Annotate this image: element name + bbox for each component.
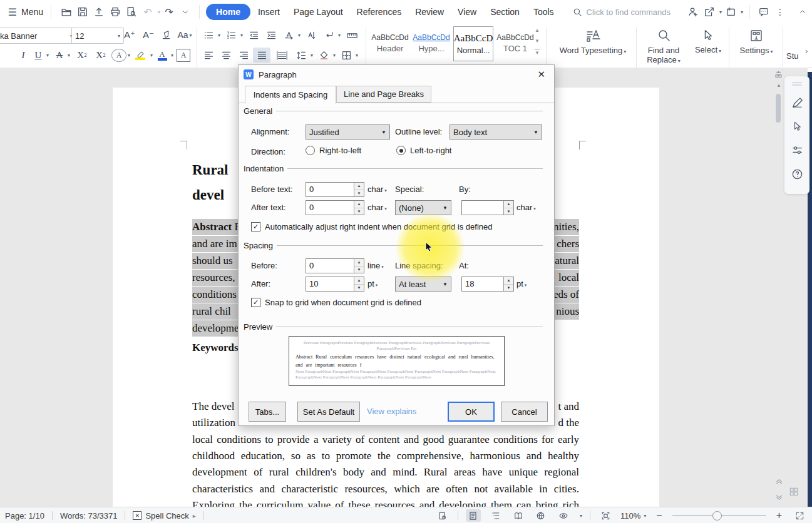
decrease-indent-icon[interactable]: [245, 28, 262, 43]
style-header[interactable]: AaBbCcDd Header: [371, 26, 409, 60]
font-color-caret-icon[interactable]: ▾: [171, 53, 173, 58]
italic-icon[interactable]: I: [16, 48, 30, 63]
view-explains-link[interactable]: View explains: [367, 407, 416, 416]
kebab-menu-icon[interactable]: ⋮: [773, 4, 788, 19]
after-text-input[interactable]: 0▲▼: [306, 200, 364, 215]
style-normal[interactable]: AaBbCcD Normal...: [453, 26, 493, 61]
redo-icon[interactable]: ↷: [162, 4, 177, 19]
more-commands-icon[interactable]: [178, 4, 193, 19]
char-scale-icon[interactable]: [280, 28, 297, 43]
ruler-toggle-icon[interactable]: [774, 70, 783, 79]
strikethrough-icon[interactable]: A: [53, 48, 66, 63]
text-effects-icon[interactable]: A: [111, 49, 126, 62]
book-view-icon[interactable]: [511, 509, 526, 522]
shading-icon[interactable]: [316, 48, 332, 63]
line-spacing-caret-icon[interactable]: ▾: [311, 53, 313, 58]
print-icon[interactable]: [108, 4, 123, 19]
tab-references[interactable]: References: [351, 4, 408, 19]
dialog-tab-breaks[interactable]: Line and Page Breaks: [336, 86, 431, 103]
word-typesetting-button[interactable]: Word Typesetting▾: [552, 26, 634, 55]
undo-caret-icon[interactable]: ▾: [158, 9, 160, 15]
decrease-font-icon[interactable]: A⁻: [140, 28, 157, 43]
ink-annotate-icon[interactable]: [789, 95, 804, 110]
word-count[interactable]: Words: 73/3371: [60, 511, 118, 520]
scroll-up-icon[interactable]: ▲: [776, 83, 781, 88]
style-hyperlink[interactable]: AaBbCcDd Hype...: [412, 26, 451, 60]
auto-adjust-checkbox[interactable]: ✓Automatically adjust right indent when …: [251, 222, 493, 231]
help-icon[interactable]: [789, 166, 804, 181]
save-icon[interactable]: [75, 4, 90, 19]
at-unit[interactable]: pt▾: [516, 279, 527, 288]
increase-font-icon[interactable]: A⁺: [121, 28, 138, 43]
strikethrough-caret-icon[interactable]: ▾: [68, 53, 70, 58]
styles-more-icon[interactable]: ▼: [535, 49, 540, 56]
page-indicator[interactable]: Page: 1/10: [5, 511, 44, 520]
borders-icon[interactable]: [338, 48, 354, 63]
tab-insert[interactable]: Insert: [252, 4, 286, 19]
align-left-icon[interactable]: [200, 48, 217, 63]
zoom-level-button[interactable]: 110%▾: [620, 511, 646, 520]
zoom-out-button[interactable]: −: [654, 510, 664, 521]
adjust-sliders-icon[interactable]: [789, 143, 804, 158]
text-effects-caret-icon[interactable]: ▾: [128, 53, 130, 58]
at-input[interactable]: 18▲▼: [461, 277, 514, 292]
template-caret-icon[interactable]: ▾: [741, 9, 743, 15]
spacing-before-input[interactable]: 0▲▼: [306, 258, 364, 273]
settings-button[interactable]: Settings▾: [732, 26, 780, 55]
eye-view-caret-icon[interactable]: ▾: [580, 513, 582, 519]
fit-page-icon[interactable]: [598, 509, 613, 522]
distribute-icon[interactable]: [273, 48, 290, 63]
tabs-button[interactable]: Tabs...: [249, 402, 286, 422]
tab-view[interactable]: View: [451, 4, 483, 19]
fullscreen-icon[interactable]: [792, 509, 807, 522]
command-search-input[interactable]: Click to find commands: [587, 8, 671, 17]
special-select[interactable]: (None)▼: [395, 200, 451, 215]
outline-level-select[interactable]: Body text▼: [450, 124, 542, 140]
subscript-icon[interactable]: X2: [93, 48, 109, 63]
file-open-icon[interactable]: [59, 4, 74, 19]
ltr-radio[interactable]: Left-to-right: [396, 146, 451, 155]
zoom-slider[interactable]: [672, 509, 766, 522]
underline-icon[interactable]: U: [31, 48, 45, 63]
collapse-ribbon-icon[interactable]: [795, 4, 810, 19]
sort-icon[interactable]: [303, 28, 319, 43]
spacing-after-input[interactable]: 10▲▼: [306, 277, 364, 292]
line-spacing-select[interactable]: At least▼: [395, 277, 451, 292]
spacing-after-unit[interactable]: pt▾: [367, 279, 378, 288]
template-icon[interactable]: [723, 4, 738, 19]
select-cursor-icon[interactable]: [789, 119, 804, 134]
before-text-input[interactable]: 0▲▼: [306, 182, 364, 197]
find-replace-button[interactable]: Find andReplace▾: [640, 26, 687, 66]
share-caret-icon[interactable]: ▾: [719, 9, 722, 15]
styles-up-icon[interactable]: ▲: [535, 28, 540, 33]
by-input[interactable]: ▲▼: [461, 200, 514, 215]
align-right-icon[interactable]: [235, 48, 252, 63]
tab-section[interactable]: Section: [484, 4, 526, 19]
shading-caret-icon[interactable]: ▾: [333, 53, 336, 58]
numbering-caret-icon[interactable]: ▾: [240, 33, 243, 38]
eye-view-icon[interactable]: [556, 509, 571, 522]
borders-caret-icon[interactable]: ▾: [356, 53, 358, 58]
print-preview-icon[interactable]: [124, 4, 139, 19]
dialog-tab-indents[interactable]: Indents and Spacing: [245, 86, 336, 104]
font-name-select[interactable]: ka Banner▾: [0, 28, 76, 44]
share-icon[interactable]: [702, 4, 717, 19]
align-center-icon[interactable]: [218, 48, 234, 63]
highlight-color-icon[interactable]: [133, 48, 148, 63]
task-grid-icon[interactable]: [789, 487, 799, 497]
font-color-icon[interactable]: A: [155, 48, 169, 63]
line-spacing-icon[interactable]: [293, 48, 309, 63]
select-button[interactable]: Select▾: [690, 26, 726, 54]
by-unit[interactable]: char▾: [516, 203, 536, 212]
alignment-select[interactable]: Justified▼: [306, 124, 390, 140]
underline-caret-icon[interactable]: ▾: [46, 53, 49, 58]
invite-user-icon[interactable]: [686, 4, 701, 19]
styles-down-icon[interactable]: ▼: [535, 38, 540, 44]
previous-page-icon[interactable]: [775, 477, 783, 485]
tabs-ruler-icon[interactable]: [343, 28, 361, 43]
clear-format-icon[interactable]: [158, 28, 174, 43]
tab-review[interactable]: Review: [409, 4, 450, 19]
superscript-icon[interactable]: X2: [74, 48, 90, 63]
char-scale-caret-icon[interactable]: ▾: [298, 33, 301, 38]
change-case-icon[interactable]: Aa▾: [175, 28, 194, 43]
